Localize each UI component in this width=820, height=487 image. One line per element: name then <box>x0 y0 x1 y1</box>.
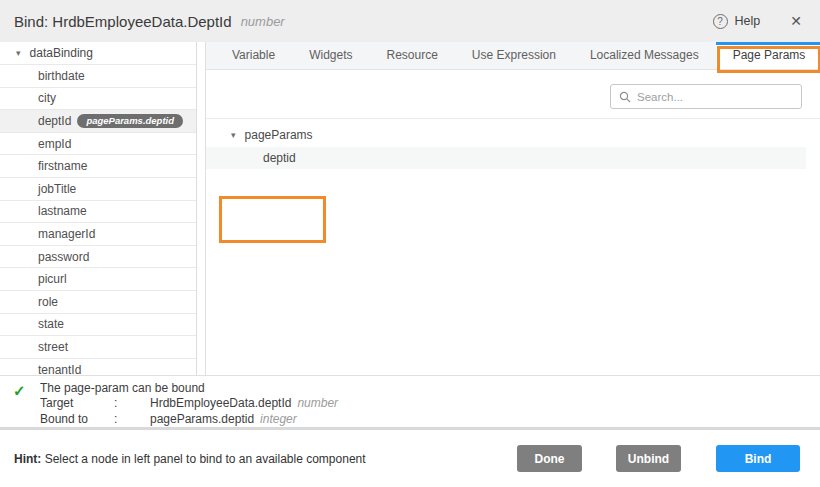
bound-to-value: pageParams.deptid <box>150 412 254 428</box>
binding-source-panel: Variable Widgets Resource Use Expression… <box>205 42 820 375</box>
source-tabs: Variable Widgets Resource Use Expression… <box>206 42 820 70</box>
success-check-icon: ✓ <box>13 382 26 400</box>
tree-node-label: password <box>38 250 89 264</box>
tree-node-jobtitle[interactable]: jobTitle <box>0 178 196 201</box>
hint-text: Select a node in left panel to bind to a… <box>41 452 365 466</box>
tree-node-label: deptId <box>38 114 71 128</box>
binding-badge: pageParams.deptid <box>77 114 183 129</box>
tree-node-label: street <box>38 340 68 354</box>
status-lines: The page-param can be bound Target : Hrd… <box>40 381 820 427</box>
tab-use-expression[interactable]: Use Expression <box>455 42 573 69</box>
tree-node-label: birthdate <box>38 69 85 83</box>
tab-resource[interactable]: Resource <box>370 42 455 69</box>
tree-node-label: dataBinding <box>30 46 93 60</box>
tree-node-label: managerId <box>38 227 95 241</box>
help-button[interactable]: Help <box>735 14 761 28</box>
tree-node-birthdate[interactable]: birthdate <box>0 65 196 88</box>
dialog-body: ▾ dataBinding birthdate city deptId page… <box>0 42 820 375</box>
tree-node-pageparams-deptid[interactable]: deptid <box>206 147 806 170</box>
binding-status-panel: ✓ The page-param can be bound Target : H… <box>0 375 820 427</box>
tree-node-pageparams[interactable]: ▾ pageParams <box>206 124 820 147</box>
tree-node-label: city <box>38 91 56 105</box>
tree-node-label: empId <box>38 137 71 151</box>
tree-node-lastname[interactable]: lastname <box>0 201 196 224</box>
search-icon <box>619 91 631 103</box>
tree-node-label: picurl <box>38 272 67 286</box>
status-bound-row: Bound to : pageParams.deptid integer <box>40 412 820 428</box>
colon-separator: : <box>114 412 150 428</box>
close-icon[interactable]: ✕ <box>790 13 802 29</box>
data-binding-tree: ▾ dataBinding birthdate city deptId page… <box>0 42 197 375</box>
tab-label: Page Params <box>733 48 806 62</box>
page-params-tree: ▾ pageParams deptid <box>206 119 820 169</box>
bind-button[interactable]: Bind <box>716 445 800 472</box>
tree-node-state[interactable]: state <box>0 314 196 337</box>
status-message: The page-param can be bound <box>40 381 820 396</box>
tab-widgets[interactable]: Widgets <box>292 42 369 69</box>
tree-node-label: deptid <box>263 151 296 165</box>
status-target-row: Target : HrdbEmployeeData.deptId number <box>40 396 820 412</box>
tree-node-password[interactable]: password <box>0 246 196 269</box>
chevron-down-icon: ▾ <box>231 130 236 140</box>
tree-node-managerid[interactable]: managerId <box>0 223 196 246</box>
search-box[interactable] <box>610 84 802 109</box>
dialog-title: Bind: HrdbEmployeeData.DeptId <box>14 13 232 30</box>
bind-dialog: Bind: HrdbEmployeeData.DeptId number ? H… <box>0 0 820 487</box>
tree-node-label: pageParams <box>245 128 313 142</box>
target-value: HrdbEmployeeData.deptId <box>150 396 291 412</box>
tree-node-picurl[interactable]: picurl <box>0 268 196 291</box>
tree-node-empid[interactable]: empId <box>0 133 196 156</box>
tree-node-label: jobTitle <box>38 182 76 196</box>
annotation-box-pageparams-node <box>219 196 326 243</box>
done-button[interactable]: Done <box>517 445 582 472</box>
search-row <box>206 70 820 119</box>
tree-node-firstname[interactable]: firstname <box>0 155 196 178</box>
dialog-footer: Hint: Select a node in left panel to bin… <box>0 430 820 487</box>
target-type: number <box>297 396 338 412</box>
tree-node-street[interactable]: street <box>0 336 196 359</box>
dialog-header: Bind: HrdbEmployeeData.DeptId number ? H… <box>0 0 820 42</box>
tree-node-tenantid[interactable]: tenantId <box>0 359 196 375</box>
tree-node-deptid[interactable]: deptId pageParams.deptid <box>0 110 196 133</box>
tree-node-label: state <box>38 317 64 331</box>
bound-to-label: Bound to <box>40 412 114 428</box>
tree-node-city[interactable]: city <box>0 88 196 111</box>
search-input[interactable] <box>637 91 801 103</box>
bound-to-type: integer <box>260 412 297 428</box>
field-type-hint: number <box>241 14 285 29</box>
tree-node-role[interactable]: role <box>0 291 196 314</box>
tree-node-databinding[interactable]: ▾ dataBinding <box>0 42 196 65</box>
page-params-content: ▾ pageParams deptid <box>206 70 820 375</box>
header-actions: ? Help ✕ <box>713 13 802 29</box>
unbind-button[interactable]: Unbind <box>616 445 681 472</box>
tree-node-label: role <box>38 295 58 309</box>
help-circle-icon[interactable]: ? <box>713 14 728 29</box>
tab-localized-messages[interactable]: Localized Messages <box>573 42 716 69</box>
tab-page-params[interactable]: Page Params <box>716 42 820 69</box>
target-label: Target <box>40 396 114 412</box>
footer-buttons: Done Unbind Bind <box>517 445 800 472</box>
tree-node-label: tenantId <box>38 363 81 375</box>
tree-node-label: lastname <box>38 204 87 218</box>
tab-variable[interactable]: Variable <box>215 42 292 69</box>
tree-node-label: firstname <box>38 159 87 173</box>
hint-label: Hint: <box>14 452 41 466</box>
colon-separator: : <box>114 396 150 412</box>
footer-hint: Hint: Select a node in left panel to bin… <box>14 452 366 466</box>
chevron-down-icon: ▾ <box>16 48 21 58</box>
